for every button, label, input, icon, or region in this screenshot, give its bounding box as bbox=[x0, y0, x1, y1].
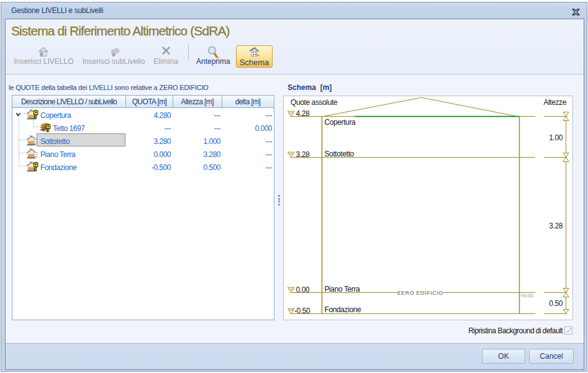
svg-text:4.28: 4.28 bbox=[296, 109, 310, 118]
svg-text:Sottotetto: Sottotetto bbox=[325, 150, 355, 158]
svg-text:Fondazione: Fondazione bbox=[325, 305, 361, 314]
svg-text:ZERO EDIFICIO: ZERO EDIFICIO bbox=[397, 290, 443, 296]
svg-text:+0.00-: +0.00- bbox=[520, 293, 535, 299]
svg-text:Copertura: Copertura bbox=[325, 118, 356, 127]
svg-text:0.50: 0.50 bbox=[549, 299, 563, 308]
svg-text:-0.50: -0.50 bbox=[294, 307, 310, 315]
svg-text:3.28: 3.28 bbox=[549, 222, 563, 230]
svg-text:0.00: 0.00 bbox=[296, 285, 310, 294]
svg-text:Quote assolute: Quote assolute bbox=[291, 98, 338, 107]
svg-text:3.28: 3.28 bbox=[296, 150, 310, 159]
svg-text:Piano Terra: Piano Terra bbox=[325, 285, 360, 294]
svg-text:Altezze: Altezze bbox=[543, 98, 566, 107]
svg-text:1.00: 1.00 bbox=[549, 133, 563, 142]
